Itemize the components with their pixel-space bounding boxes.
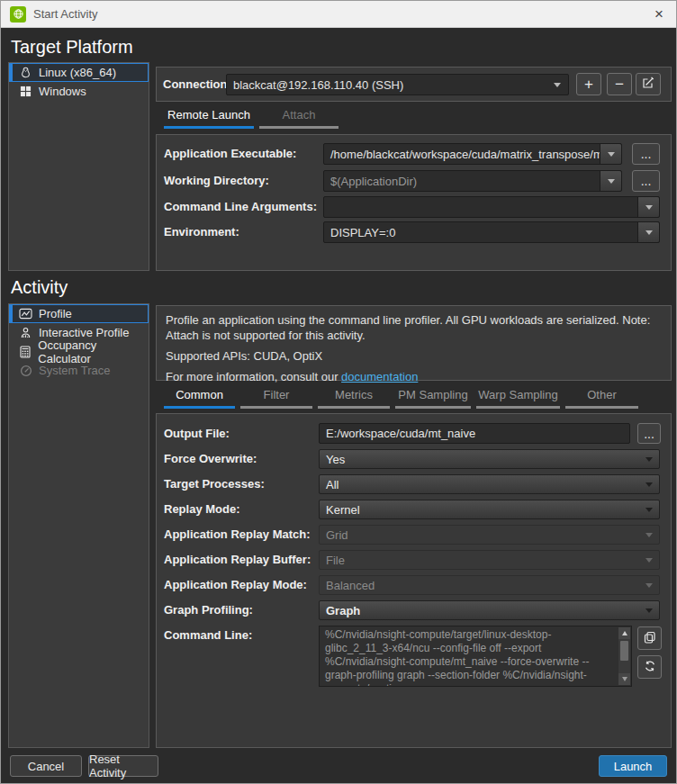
connection-label: Connection: (163, 77, 231, 91)
system-trace-gauge-icon (18, 364, 33, 377)
activity-item-label: Profile (39, 307, 72, 320)
chevron-down-icon (600, 144, 621, 164)
activity-item-label: Occupancy Calculator (38, 338, 148, 365)
chevron-down-icon (639, 608, 659, 613)
tab-other[interactable]: Other (565, 385, 638, 409)
target-processes-value: All (320, 478, 639, 491)
chevron-down-icon (637, 222, 659, 242)
scroll-down-icon[interactable] (618, 673, 630, 685)
target-platform-list: Linux (x86_64) Windows (8, 62, 149, 271)
working-directory-combobox[interactable]: $(ApplicationDir) (323, 170, 622, 192)
platform-item-windows[interactable]: Windows (9, 82, 149, 101)
platform-item-label: Linux (x86_64) (39, 66, 116, 79)
application-executable-label: Application Executable: (164, 147, 296, 160)
command-line-scrollbar[interactable] (618, 627, 630, 685)
browse-working-directory-button[interactable]: ... (632, 170, 660, 192)
tab-remote-launch[interactable]: Remote Launch (164, 105, 254, 129)
scrollbar-thumb[interactable] (620, 641, 628, 661)
application-executable-value: /home/blackcat/workspace/cuda/matrix_tra… (324, 148, 600, 161)
command-line-value: %C/nvidia/nsight-compute/target/linux-de… (325, 628, 589, 687)
force-overwrite-label: Force Overwrite: (164, 452, 257, 465)
cancel-button[interactable]: Cancel (10, 755, 82, 777)
replay-mode-value: Kernel (320, 503, 639, 517)
application-replay-match-dropdown: Grid (319, 525, 660, 545)
remove-connection-button[interactable]: − (607, 73, 632, 95)
graph-profiling-dropdown[interactable]: Graph (319, 600, 660, 620)
application-replay-buffer-value: File (320, 554, 639, 567)
launch-mode-tabs: Remote Launch Attach (164, 105, 338, 129)
window-title: Start Activity (33, 7, 651, 21)
refresh-command-line-button[interactable] (637, 655, 662, 679)
titlebar: Start Activity × (1, 1, 676, 28)
start-activity-dialog: Start Activity × Target Platform Linux (… (0, 0, 677, 784)
chevron-down-icon (639, 457, 659, 462)
calculator-icon (18, 345, 32, 358)
documentation-link[interactable]: documentation (341, 370, 418, 383)
activity-description: Profile an application using the command… (156, 305, 672, 381)
copy-icon (644, 631, 656, 646)
copy-command-line-button[interactable] (637, 626, 662, 650)
description-line-3-text: For more information, consult our (166, 370, 341, 383)
activity-item-label: System Trace (39, 364, 110, 377)
tab-warp-sampling[interactable]: Warp Sampling (476, 385, 560, 409)
environment-combobox[interactable]: DISPLAY=:0 (323, 221, 660, 243)
common-settings-group: Output File: ... Force Overwrite: Yes Ta… (156, 413, 672, 748)
output-file-label: Output File: (164, 427, 230, 440)
connection-value: blackcat@192.168.110.40 (SSH) (227, 78, 546, 92)
target-platform-heading: Target Platform (11, 37, 133, 58)
profile-chart-icon (18, 307, 33, 320)
description-line-1: Profile an application using the command… (166, 312, 662, 343)
graph-profiling-label: Graph Profiling: (164, 603, 253, 617)
environment-value: DISPLAY=:0 (324, 226, 637, 239)
add-connection-button[interactable]: + (576, 73, 601, 95)
tab-common[interactable]: Common (164, 385, 235, 409)
activity-heading: Activity (11, 277, 68, 298)
force-overwrite-dropdown[interactable]: Yes (319, 449, 660, 469)
output-file-input[interactable] (319, 423, 630, 444)
application-replay-match-value: Grid (320, 528, 639, 542)
application-replay-buffer-label: Application Replay Buffer: (164, 553, 311, 566)
command-line-label: Command Line: (164, 628, 252, 642)
application-executable-combobox[interactable]: /home/blackcat/workspace/cuda/matrix_tra… (323, 143, 622, 165)
tab-metrics[interactable]: Metrics (318, 385, 390, 409)
activity-item-profile[interactable]: Profile (9, 304, 149, 323)
windows-logo-icon (18, 85, 33, 98)
launch-button[interactable]: Launch (599, 755, 667, 777)
tab-filter[interactable]: Filter (240, 385, 312, 409)
reset-activity-button[interactable]: Reset Activity (88, 755, 158, 777)
description-line-2: Supported APIs: CUDA, OptiX (166, 348, 662, 364)
activity-item-occupancy-calculator[interactable]: Occupancy Calculator (9, 342, 149, 361)
replay-mode-label: Replay Mode: (164, 502, 240, 516)
chevron-down-icon (639, 508, 659, 512)
graph-profiling-value: Graph (320, 604, 639, 617)
application-replay-buffer-dropdown: File (319, 550, 660, 570)
close-icon[interactable]: × (651, 6, 667, 22)
chevron-down-icon (639, 583, 659, 588)
chevron-down-icon (546, 83, 568, 87)
platform-item-linux[interactable]: Linux (x86_64) (9, 63, 149, 82)
tab-attach[interactable]: Attach (259, 105, 338, 129)
application-replay-mode-dropdown: Balanced (319, 575, 660, 595)
edit-pencil-icon (642, 77, 654, 92)
command-line-arguments-combobox[interactable] (323, 196, 660, 218)
chevron-down-icon (637, 197, 659, 217)
target-processes-dropdown[interactable]: All (319, 474, 660, 494)
browse-output-file-button[interactable]: ... (637, 423, 661, 444)
chevron-down-icon (639, 558, 659, 563)
chevron-down-icon (600, 171, 621, 191)
environment-label: Environment: (164, 225, 239, 239)
working-directory-value: $(ApplicationDir) (324, 175, 600, 188)
application-replay-mode-value: Balanced (320, 579, 639, 592)
scroll-up-icon[interactable] (618, 627, 630, 639)
command-line-arguments-label: Command Line Arguments: (164, 200, 317, 213)
connection-combobox[interactable]: blackcat@192.168.110.40 (SSH) (226, 74, 569, 95)
browse-executable-button[interactable]: ... (632, 143, 660, 165)
command-line-textarea[interactable]: %C/nvidia/nsight-compute/target/linux-de… (319, 626, 632, 687)
linux-penguin-icon (18, 66, 33, 79)
replay-mode-dropdown[interactable]: Kernel (319, 500, 660, 519)
force-overwrite-value: Yes (320, 453, 639, 466)
tab-pm-sampling[interactable]: PM Sampling (395, 385, 471, 409)
edit-connection-button[interactable] (636, 73, 661, 95)
refresh-icon (644, 660, 656, 675)
platform-item-label: Windows (39, 85, 86, 98)
